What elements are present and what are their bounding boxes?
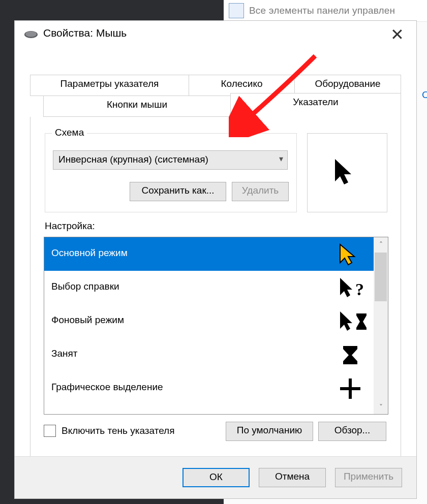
apply-button: Применить (335, 468, 402, 487)
sidebar-link-fragment: С (422, 89, 427, 100)
scheme-dropdown[interactable]: Инверсная (крупная) (системная) ▾ (53, 150, 288, 170)
checkbox-box[interactable] (44, 425, 56, 437)
scheme-legend: Схема (52, 127, 87, 138)
ok-button[interactable]: ОК (182, 468, 250, 487)
enable-shadow-checkbox[interactable]: Включить тень указателя (44, 425, 175, 437)
arrow-cursor-icon (335, 159, 357, 186)
checkbox-label: Включить тень указателя (62, 425, 174, 436)
dialog-footer: ОК Отмена Применить (15, 456, 416, 498)
delete-button: Удалить (232, 182, 289, 201)
tab-buttons[interactable]: Кнопки мыши (43, 96, 231, 117)
tab-pointer-options[interactable]: Параметры указателя (30, 75, 189, 96)
scheme-selected: Инверсная (крупная) (системная) (58, 154, 208, 165)
list-item-label: Графическое выделение (51, 382, 163, 393)
arrow-hourglass-icon (339, 310, 370, 333)
mouse-properties-dialog: Свойства: Мышь ✕ Параметры указателя Кол… (14, 20, 417, 499)
cross-icon (339, 377, 370, 400)
cancel-button[interactable]: Отмена (259, 468, 326, 487)
svg-text:?: ? (355, 280, 364, 299)
save-as-button[interactable]: Сохранить как... (130, 182, 226, 201)
list-scrollbar[interactable]: ˄ ˅ (374, 237, 388, 414)
cursor-preview (307, 133, 387, 212)
list-viewport: Основной режим Выбор справки ? Фоновый р… (44, 237, 374, 414)
scheme-group: Схема Инверсная (крупная) (системная) ▾ … (45, 127, 297, 212)
list-item-busy[interactable]: Занят (44, 338, 374, 371)
list-item-label: Занят (51, 348, 78, 359)
tab-pointers[interactable]: Указатели (230, 93, 401, 117)
arrow-help-icon: ? (339, 277, 370, 299)
arrow-selected-icon (339, 243, 370, 266)
list-item-label: Основной режим (51, 247, 128, 259)
chevron-down-icon: ▾ (279, 154, 283, 164)
tab-pointers-panel: Схема Инверсная (крупная) (системная) ▾ … (30, 117, 401, 457)
list-item-working-background[interactable]: Фоновый режим (44, 304, 374, 338)
list-item-label: Выбор справки (51, 281, 119, 292)
svg-rect-4 (340, 387, 360, 390)
list-item-normal-select[interactable]: Основной режим (44, 237, 374, 271)
scroll-up-icon[interactable]: ˄ (374, 237, 388, 251)
mouse-icon (24, 30, 38, 42)
scroll-thumb[interactable] (375, 253, 387, 301)
cursor-listbox[interactable]: Основной режим Выбор справки ? Фоновый р… (44, 237, 388, 415)
customize-label: Настройка: (45, 220, 95, 232)
browse-button[interactable]: Обзор... (318, 422, 386, 441)
control-panel-icon (229, 3, 244, 18)
list-item-label: Фоновый режим (51, 314, 124, 326)
breadcrumb-text[interactable]: Все элементы панели управлен (249, 5, 395, 16)
use-default-button[interactable]: По умолчанию (226, 422, 313, 441)
svg-point-1 (25, 32, 37, 37)
hourglass-icon (339, 344, 370, 366)
close-button[interactable]: ✕ (385, 25, 409, 44)
list-item-precision-select[interactable]: Графическое выделение (44, 371, 374, 405)
dialog-title: Свойства: Мышь (43, 27, 127, 39)
scroll-down-icon[interactable]: ˅ (374, 400, 388, 414)
list-item-help-select[interactable]: Выбор справки ? (44, 271, 374, 304)
dialog-titlebar[interactable]: Свойства: Мышь ✕ (15, 21, 416, 47)
